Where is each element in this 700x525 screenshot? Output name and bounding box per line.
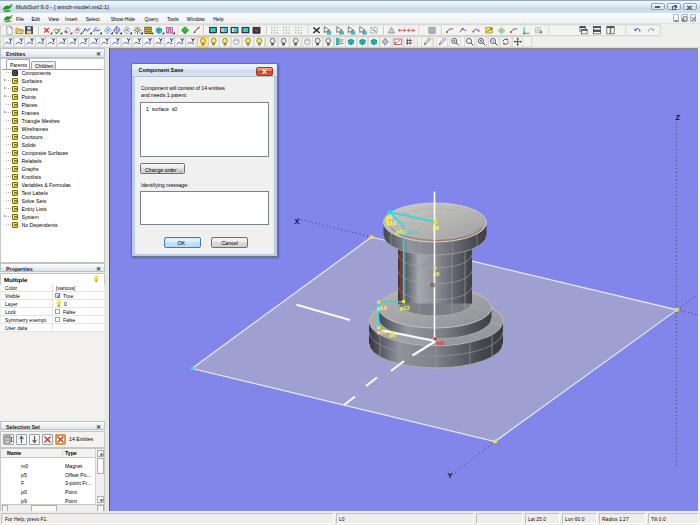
svg-text:p5: p5 bbox=[433, 271, 439, 277]
svg-text:p14: p14 bbox=[377, 329, 387, 335]
svg-text:p12: p12 bbox=[400, 305, 409, 311]
svg-text:iden: iden bbox=[407, 229, 419, 235]
svg-text:l0: l0 bbox=[430, 281, 435, 287]
svg-text:p6: p6 bbox=[389, 332, 395, 338]
svg-text:p9: p9 bbox=[386, 214, 392, 220]
svg-text:Z: Z bbox=[675, 113, 680, 122]
svg-text:m0: m0 bbox=[436, 340, 444, 346]
svg-text:X: X bbox=[294, 217, 299, 226]
svg-text:Y: Y bbox=[447, 470, 452, 479]
svg-text:p11: p11 bbox=[396, 229, 405, 235]
svg-text:p8: p8 bbox=[432, 225, 438, 231]
svg-text:p10: p10 bbox=[386, 220, 395, 226]
svg-text:s1: s1 bbox=[421, 262, 427, 268]
svg-text:p13: p13 bbox=[377, 305, 386, 311]
